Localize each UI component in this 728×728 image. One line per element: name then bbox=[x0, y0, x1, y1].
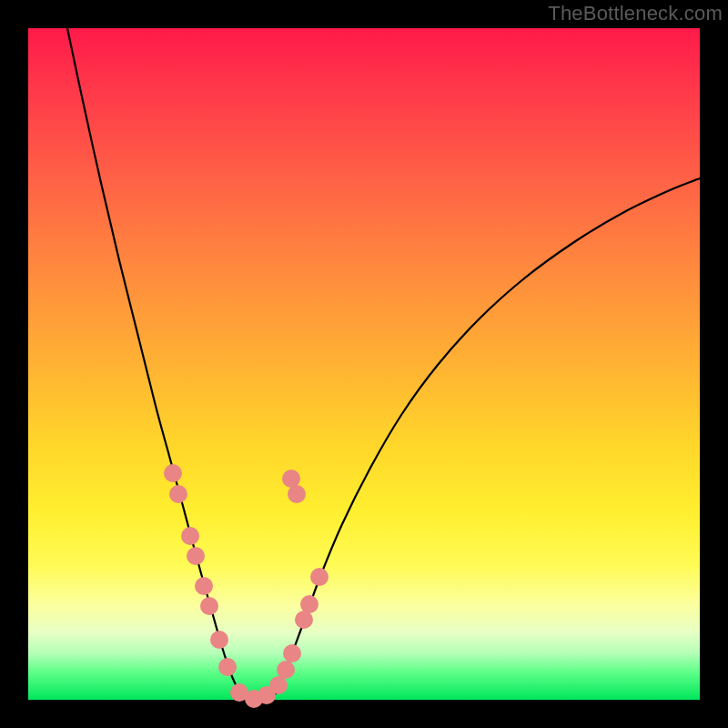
marker-dot bbox=[282, 470, 300, 488]
marker-dot bbox=[169, 485, 187, 503]
bottleneck-curve bbox=[67, 28, 700, 699]
marker-dot bbox=[283, 644, 301, 662]
plot-area bbox=[28, 28, 700, 700]
marker-dot bbox=[210, 631, 228, 649]
marker-dot bbox=[310, 568, 329, 586]
marker-dot bbox=[187, 547, 205, 565]
marker-dot bbox=[288, 485, 306, 503]
marker-group bbox=[164, 464, 329, 708]
marker-dot bbox=[295, 611, 313, 629]
marker-dot bbox=[269, 676, 288, 694]
chart-frame: TheBottleneck.com bbox=[0, 0, 728, 728]
marker-dot bbox=[181, 527, 199, 545]
marker-dot bbox=[277, 661, 295, 679]
marker-dot bbox=[218, 658, 237, 676]
watermark-text: TheBottleneck.com bbox=[548, 2, 723, 25]
marker-dot bbox=[200, 597, 218, 615]
marker-dot bbox=[164, 464, 182, 482]
marker-dot bbox=[195, 577, 213, 595]
marker-dot bbox=[300, 595, 318, 613]
curve-layer bbox=[28, 28, 700, 700]
